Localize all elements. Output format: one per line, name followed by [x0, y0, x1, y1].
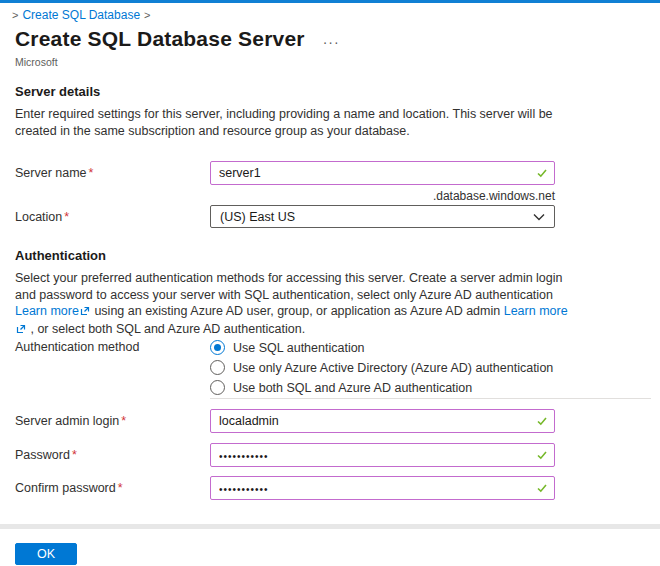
radio-selected-icon	[210, 340, 225, 355]
publisher-label: Microsoft	[15, 56, 58, 68]
ok-button[interactable]: OK	[15, 543, 77, 565]
external-link-icon	[80, 304, 90, 321]
authentication-method-label: Authentication method	[15, 338, 210, 354]
required-asterisk: *	[121, 414, 126, 428]
server-admin-login-row: Server admin login*	[15, 409, 555, 433]
server-name-input[interactable]	[210, 161, 555, 185]
footer-divider	[0, 524, 660, 529]
chevron-right-icon: >	[140, 9, 154, 21]
label-text: Server admin login	[15, 414, 119, 428]
auth-desc-text: Select your preferred authentication met…	[15, 271, 563, 302]
section-heading-authentication: Authentication	[15, 248, 106, 263]
server-details-description: Enter required settings for this server,…	[15, 106, 577, 139]
server-name-label: Server name*	[15, 161, 210, 180]
required-asterisk: *	[72, 448, 77, 462]
breadcrumb: >Create SQL Database>	[8, 8, 155, 22]
location-dropdown[interactable]: (US) East US	[210, 205, 555, 228]
password-row: Password*	[15, 443, 555, 467]
breadcrumb-link-create-sql-database[interactable]: Create SQL Database	[22, 8, 140, 22]
more-menu-icon[interactable]: ···	[323, 31, 340, 47]
chevron-right-icon: >	[8, 9, 22, 21]
radio-label: Use SQL authentication	[233, 341, 365, 355]
sub-divider	[210, 398, 651, 399]
server-name-row: Server name*	[15, 161, 555, 185]
page-title: Create SQL Database Server	[15, 27, 305, 51]
server-name-suffix: .database.windows.net	[210, 189, 555, 203]
server-admin-login-label: Server admin login*	[15, 409, 210, 428]
server-admin-login-input[interactable]	[210, 409, 555, 433]
external-link-icon	[16, 322, 26, 339]
footer: OK	[0, 524, 660, 565]
password-label: Password*	[15, 443, 210, 462]
valid-check-icon	[536, 482, 548, 497]
label-text: Server name	[15, 166, 87, 180]
radio-unselected-icon	[210, 360, 225, 375]
confirm-password-label: Confirm password*	[15, 476, 210, 495]
top-accent-bar	[0, 0, 660, 3]
learn-more-link-2[interactable]: Learn more	[504, 304, 568, 318]
label-text: Authentication method	[15, 340, 139, 354]
radio-use-both-sql-and-azure-ad[interactable]: Use both SQL and Azure AD authentication	[210, 380, 555, 395]
label-text: Location	[15, 210, 62, 224]
section-heading-server-details: Server details	[15, 84, 100, 99]
auth-desc-text: , or select both SQL and Azure AD authen…	[27, 322, 305, 336]
radio-label: Use only Azure Active Directory (Azure A…	[233, 361, 553, 375]
valid-check-icon	[536, 449, 548, 464]
location-row: Location* (US) East US	[15, 205, 555, 228]
location-label: Location*	[15, 205, 210, 224]
chevron-down-icon	[533, 213, 545, 221]
label-text: Password	[15, 448, 70, 462]
required-asterisk: *	[64, 210, 69, 224]
valid-check-icon	[536, 167, 548, 182]
confirm-password-row: Confirm password*	[15, 476, 555, 500]
label-text: Confirm password	[15, 481, 116, 495]
radio-use-sql-authentication[interactable]: Use SQL authentication	[210, 340, 555, 355]
authentication-method-radio-group: Use SQL authentication Use only Azure Ac…	[210, 338, 555, 395]
valid-check-icon	[536, 415, 548, 430]
radio-label: Use both SQL and Azure AD authentication	[233, 381, 472, 395]
radio-use-only-azure-ad-authentication[interactable]: Use only Azure Active Directory (Azure A…	[210, 360, 555, 375]
confirm-password-input[interactable]	[210, 476, 555, 500]
radio-unselected-icon	[210, 380, 225, 395]
required-asterisk: *	[89, 166, 94, 180]
authentication-description: Select your preferred authentication met…	[15, 270, 577, 338]
auth-desc-text: using an existing Azure AD user, group, …	[91, 304, 504, 318]
location-selected-value: (US) East US	[220, 210, 295, 224]
password-input[interactable]	[210, 443, 555, 467]
required-asterisk: *	[118, 481, 123, 495]
learn-more-link-1[interactable]: Learn more	[15, 304, 79, 318]
authentication-method-row: Authentication method Use SQL authentica…	[15, 338, 555, 395]
